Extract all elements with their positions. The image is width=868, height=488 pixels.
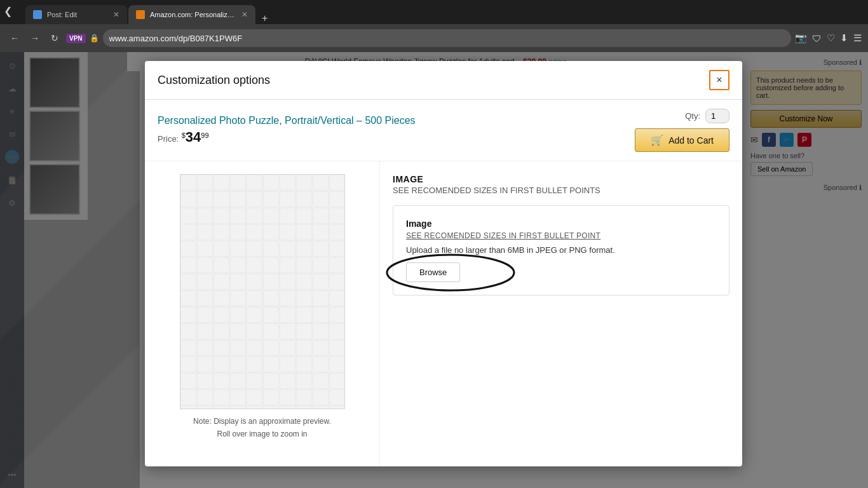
modal-title: Customization options	[158, 74, 270, 87]
qty-select[interactable]: 1 2 3	[705, 109, 729, 123]
back-button[interactable]: ❮	[4, 5, 12, 17]
forward-nav-button[interactable]: →	[27, 30, 43, 46]
tab-amazon[interactable]: Amazon.com: Personalized... ✕	[128, 5, 255, 24]
modal-product-row: Personalized Photo Puzzle, Portrait/Vert…	[145, 100, 742, 161]
tab-post-edit[interactable]: Post: Edit ✕	[25, 5, 127, 24]
browse-wrapper: Browse	[406, 262, 460, 282]
nav-bar: ← → ↻ VPN 🔒 📷 🛡 ♡ ⬇ ☰	[0, 24, 868, 52]
tab-close-post[interactable]: ✕	[113, 10, 119, 19]
lock-icon: 🔒	[90, 34, 99, 43]
customization-modal: Customization options × Personalized Pho…	[145, 61, 742, 466]
price-cents: 99	[201, 132, 208, 139]
modal-header: Customization options ×	[145, 61, 742, 100]
modal-close-button[interactable]: ×	[709, 70, 729, 90]
product-price: $3499	[182, 133, 209, 144]
add-to-cart-button[interactable]: 🛒 Add to Cart	[635, 128, 729, 152]
image-upload-box: Image SEE RECOMENDED SIZES IN FIRST BULL…	[393, 205, 729, 295]
price-dollars: 34	[186, 129, 201, 145]
tab-favicon-blog	[33, 10, 42, 19]
heart-icon[interactable]: ♡	[827, 32, 835, 44]
upload-box-sub: SEE RECOMENDED SIZES IN FIRST BULLET POI…	[406, 231, 716, 240]
camera-icon[interactable]: 📷	[795, 32, 807, 44]
tab-label-amazon: Amazon.com: Personalized...	[150, 11, 236, 18]
preview-note: Note: Display is an approximate preview.	[193, 417, 331, 426]
cart-icon: 🛒	[651, 134, 663, 146]
modal-right-panel: IMAGE SEE RECOMENDED SIZES IN FIRST BULL…	[380, 161, 742, 466]
image-section-sub: SEE RECOMENDED SIZES IN FIRST BULLET POI…	[393, 186, 729, 195]
browse-button[interactable]: Browse	[406, 262, 460, 282]
price-label: Price:	[158, 134, 179, 144]
puzzle-preview	[180, 174, 345, 409]
upload-instruction: Upload a file no larger than 6MB in JPEG…	[406, 245, 716, 255]
back-nav-button[interactable]: ←	[6, 30, 23, 46]
roll-over-text: Roll over image to zoom in	[217, 430, 307, 438]
tab-label-post: Post: Edit	[47, 11, 108, 18]
download-icon[interactable]: ⬇	[840, 32, 848, 44]
qty-row: Qty: 1 2 3	[685, 109, 729, 123]
svg-rect-1	[180, 175, 344, 409]
product-title: Personalized Photo Puzzle, Portrait/Vert…	[158, 115, 622, 126]
tab-favicon-amazon	[136, 10, 145, 19]
add-to-cart-label: Add to Cart	[668, 135, 714, 146]
vpn-badge: VPN	[66, 34, 86, 43]
shield-icon[interactable]: 🛡	[812, 33, 822, 44]
nav-actions: 📷 🛡 ♡ ⬇ ☰	[795, 32, 862, 44]
tab-bar: ❮ Post: Edit ✕ Amazon.com: Personalized.…	[0, 0, 868, 24]
upload-box-title: Image	[406, 219, 716, 229]
image-section-title: IMAGE	[393, 174, 729, 184]
new-tab-button[interactable]: +	[257, 13, 273, 24]
menu-icon[interactable]: ☰	[853, 32, 862, 44]
qty-section: Qty: 1 2 3 🛒 Add to Cart	[635, 109, 729, 152]
modal-overlay: Customization options × Personalized Pho…	[0, 52, 868, 488]
modal-left-panel: Note: Display is an approximate preview.…	[145, 161, 380, 466]
tab-close-amazon[interactable]: ✕	[241, 10, 248, 19]
qty-label: Qty:	[685, 111, 700, 121]
refresh-button[interactable]: ↻	[47, 30, 62, 46]
url-bar[interactable]	[103, 29, 791, 47]
modal-body: Note: Display is an approximate preview.…	[145, 161, 742, 466]
